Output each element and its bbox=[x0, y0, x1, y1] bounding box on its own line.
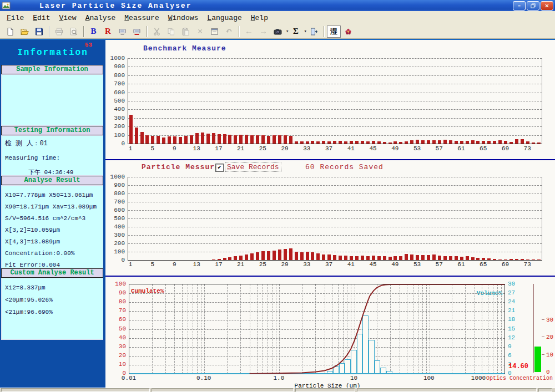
bar bbox=[322, 254, 325, 261]
wet-measure-icon[interactable]: 湿 bbox=[327, 26, 341, 38]
bar bbox=[372, 141, 375, 144]
back-icon[interactable]: ← bbox=[242, 26, 256, 38]
menu-file[interactable]: File bbox=[2, 12, 28, 24]
bar bbox=[306, 252, 309, 260]
bar bbox=[201, 133, 204, 144]
gauge-axis bbox=[533, 284, 534, 373]
bar bbox=[355, 141, 359, 144]
bar bbox=[145, 135, 149, 144]
bold-b-icon[interactable]: B bbox=[87, 26, 100, 38]
bar bbox=[295, 252, 298, 260]
close-button[interactable]: ✕ bbox=[541, 1, 553, 11]
bar bbox=[476, 258, 480, 261]
monitor-underline-icon[interactable] bbox=[130, 26, 144, 38]
gridline bbox=[128, 202, 542, 202]
save-records-checkbox[interactable]: ✔ bbox=[215, 164, 224, 172]
bar bbox=[228, 257, 231, 260]
delete-icon[interactable]: × bbox=[193, 26, 207, 38]
save-records-label[interactable]: Save Records bbox=[225, 162, 281, 172]
benchmark-y-axis: 01002003004005006007008009001000 bbox=[105, 58, 127, 144]
new-icon[interactable] bbox=[3, 26, 17, 38]
print-icon[interactable] bbox=[52, 26, 66, 38]
panel-separator bbox=[105, 159, 555, 160]
exit-icon[interactable] bbox=[307, 26, 321, 38]
bar bbox=[300, 252, 304, 260]
monitor-icon[interactable] bbox=[115, 26, 129, 38]
menu-view[interactable]: View bbox=[54, 12, 80, 24]
bar bbox=[389, 257, 392, 260]
axis-tick-label: 200 bbox=[114, 123, 125, 130]
minimize-button[interactable]: – bbox=[513, 1, 526, 11]
menu-analyse[interactable]: Analyse bbox=[81, 12, 120, 24]
bar bbox=[526, 141, 529, 144]
forward-icon[interactable]: → bbox=[256, 26, 270, 38]
axis-tick-label: 17 bbox=[215, 261, 222, 268]
bar bbox=[487, 258, 491, 260]
axis-tick-label: 40 bbox=[119, 334, 126, 341]
gridline bbox=[128, 75, 542, 76]
sidebar-title: Information bbox=[0, 48, 105, 58]
copy-icon[interactable] bbox=[164, 26, 178, 38]
axis-tick-label: 5 bbox=[150, 261, 154, 268]
bar bbox=[256, 135, 259, 144]
bar bbox=[366, 256, 370, 261]
menu-windows[interactable]: Windows bbox=[164, 12, 203, 24]
testing-information-box: 检 测 人：01Measuring Time:下午 04:36:49 bbox=[1, 135, 103, 176]
cut-icon[interactable] bbox=[150, 26, 164, 38]
bar bbox=[361, 141, 364, 144]
axis-tick-label: 0.01 bbox=[122, 375, 136, 381]
print-preview-icon[interactable] bbox=[67, 26, 80, 38]
axis-tick-label: 65 bbox=[480, 145, 487, 152]
bar bbox=[135, 128, 138, 144]
restore-button[interactable] bbox=[527, 1, 539, 11]
axis-tick-label: 0.10 bbox=[196, 375, 211, 381]
bar bbox=[250, 253, 254, 260]
bar bbox=[350, 141, 353, 144]
open-icon[interactable] bbox=[18, 26, 32, 38]
bar bbox=[372, 256, 375, 260]
bar bbox=[162, 138, 165, 144]
axis-tick-label: 45 bbox=[369, 145, 376, 152]
sigma-icon[interactable]: Σ bbox=[289, 26, 302, 38]
bar bbox=[427, 255, 430, 260]
status-panel bbox=[152, 388, 294, 392]
flower-icon[interactable] bbox=[341, 26, 355, 38]
gridline bbox=[128, 58, 542, 59]
camera-icon[interactable] bbox=[271, 26, 285, 38]
bar bbox=[311, 141, 314, 144]
bar bbox=[432, 254, 436, 260]
red-r-icon[interactable]: R bbox=[101, 26, 115, 38]
axis-tick-label: 65 bbox=[480, 261, 487, 268]
properties-icon[interactable] bbox=[208, 26, 221, 38]
axis-tick-label: 100 bbox=[114, 248, 125, 255]
menu-language[interactable]: Language bbox=[203, 12, 246, 24]
menu-meassure[interactable]: Meassure bbox=[120, 12, 163, 24]
bar bbox=[168, 136, 171, 144]
custom-analyse-result-header: Custom Analyse Result bbox=[1, 268, 103, 278]
axis-tick-label: 37 bbox=[325, 145, 332, 152]
bar bbox=[455, 141, 458, 144]
bar bbox=[366, 141, 370, 144]
bar bbox=[537, 142, 541, 144]
bar bbox=[532, 142, 535, 144]
paste-icon[interactable] bbox=[179, 26, 193, 38]
menu-edit[interactable]: Edit bbox=[28, 12, 54, 24]
bar bbox=[228, 135, 231, 144]
bar bbox=[361, 256, 364, 260]
menu-help[interactable]: Help bbox=[246, 12, 273, 24]
bar bbox=[526, 259, 529, 261]
benchmark-x-axis: 15913172125293337414549535761656973 bbox=[128, 145, 541, 153]
toolbar-separator bbox=[324, 26, 325, 37]
axis-tick-label: 29 bbox=[281, 261, 288, 268]
gauge-tick bbox=[542, 354, 544, 355]
info-line: Measuring Time: bbox=[2, 150, 103, 165]
save-icon[interactable] bbox=[32, 26, 46, 38]
status-panel bbox=[357, 388, 537, 392]
axis-tick-label: 41 bbox=[347, 261, 355, 268]
axis-tick-label: 12 bbox=[508, 334, 515, 341]
bar bbox=[190, 135, 193, 144]
bar bbox=[157, 136, 160, 144]
bar bbox=[515, 259, 518, 260]
undo-icon[interactable]: ↶ bbox=[222, 26, 236, 38]
axis-tick-label: 50 bbox=[119, 325, 126, 332]
